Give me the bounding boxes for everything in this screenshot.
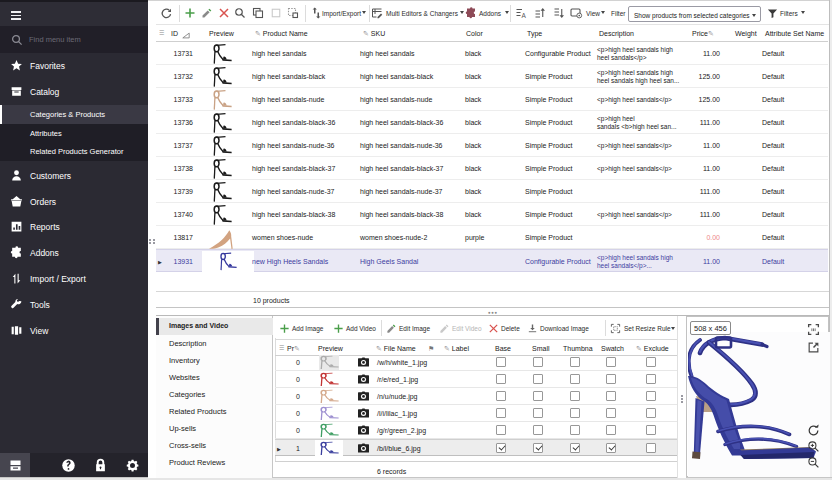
svg-text:A: A bbox=[522, 12, 527, 19]
